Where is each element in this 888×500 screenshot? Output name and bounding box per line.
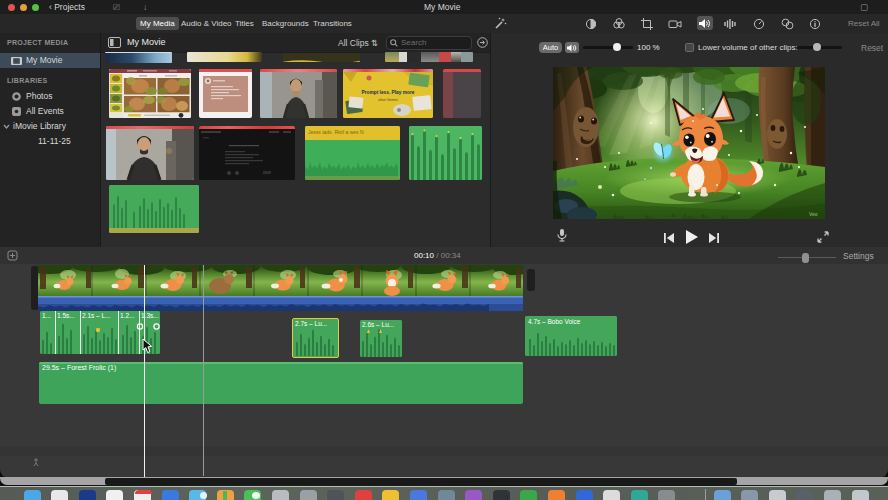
svg-text:1.2...: 1.2...	[120, 312, 135, 319]
svg-text:2.1s – L...: 2.1s – L...	[82, 312, 111, 319]
svg-text:2.7s – Lu...: 2.7s – Lu...	[295, 320, 327, 327]
svg-text:1.5s...: 1.5s...	[57, 312, 75, 319]
svg-text:2.6s – Lu...: 2.6s – Lu...	[362, 321, 394, 328]
svg-text:Prompt less. Play more: Prompt less. Play more	[361, 90, 414, 95]
svg-text:1...: 1...	[42, 312, 51, 319]
svg-text:Veo: Veo	[809, 211, 818, 217]
svg-text:4.7s – Bobo Voice: 4.7s – Bobo Voice	[528, 318, 581, 325]
svg-text:what Gemini: what Gemini	[378, 98, 398, 102]
svg-text:Jesss tads. Risif a wes N: Jesss tads. Risif a wes N	[308, 129, 364, 135]
